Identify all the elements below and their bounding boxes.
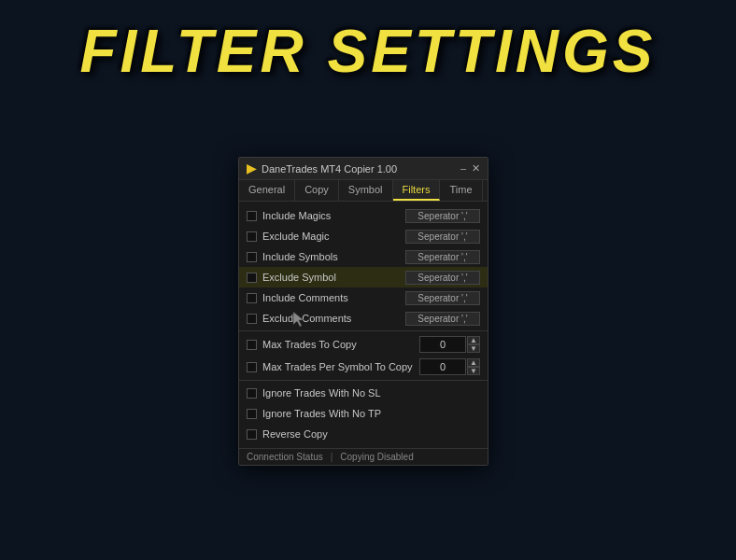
separator-exclude-magic[interactable]: Seperator ',' bbox=[405, 230, 480, 244]
row-reverse-copy: Reverse Copy bbox=[239, 424, 488, 444]
input-max-trades-per-symbol[interactable] bbox=[419, 358, 466, 375]
checkbox-reverse-copy[interactable] bbox=[247, 429, 257, 440]
nav-tabs: General Copy Symbol Filters Time bbox=[239, 180, 488, 202]
spin-down-per-symbol[interactable]: ▼ bbox=[467, 367, 480, 375]
window-title: DaneTrades MT4 Copier 1.00 bbox=[262, 163, 397, 175]
status-bar: Connection Status | Copying Disabled bbox=[239, 448, 488, 465]
page-background: FILTER SETTINGS ▶ DaneTrades MT4 Copier … bbox=[0, 0, 736, 560]
divider-1 bbox=[239, 330, 488, 331]
divider-2 bbox=[239, 380, 488, 381]
label-include-symbols: Include Symbols bbox=[262, 251, 405, 262]
page-title: FILTER SETTINGS bbox=[79, 17, 656, 86]
input-max-trades-copy[interactable] bbox=[419, 336, 466, 353]
label-exclude-magic: Exclude Magic bbox=[262, 231, 405, 242]
checkbox-include-comments[interactable] bbox=[247, 293, 257, 303]
separator-exclude-symbol[interactable]: Seperator ',' bbox=[405, 271, 480, 285]
tab-copy[interactable]: Copy bbox=[295, 180, 339, 201]
checkbox-include-magics[interactable] bbox=[247, 211, 257, 221]
checkbox-exclude-magic[interactable] bbox=[247, 231, 257, 242]
label-exclude-comments: Exclude Comments bbox=[262, 313, 405, 324]
minimize-button[interactable]: – bbox=[460, 163, 466, 174]
row-exclude-comments: Exclude Comments Seperator ',' bbox=[239, 308, 488, 329]
content-area: Include Magics Seperator ',' Exclude Mag… bbox=[239, 202, 488, 448]
row-exclude-magic: Exclude Magic Seperator ',' bbox=[239, 226, 488, 246]
spin-down-max-trades[interactable]: ▼ bbox=[467, 344, 480, 353]
checkbox-ignore-no-tp[interactable] bbox=[247, 409, 257, 419]
separator-include-symbols[interactable]: Seperator ',' bbox=[405, 250, 480, 264]
row-include-comments: Include Comments Seperator ',' bbox=[239, 287, 488, 308]
spinbox-max-trades-per-symbol: ▲ ▼ bbox=[419, 358, 480, 375]
title-bar-left: ▶ DaneTrades MT4 Copier 1.00 bbox=[247, 161, 397, 175]
tab-general[interactable]: General bbox=[239, 180, 295, 201]
checkbox-max-trades-copy[interactable] bbox=[247, 340, 257, 350]
row-exclude-symbol: Exclude Symbol Seperator ',' bbox=[239, 267, 488, 287]
connection-status: Connection Status bbox=[247, 452, 323, 462]
spin-up-max-trades[interactable]: ▲ bbox=[467, 336, 480, 344]
label-ignore-no-sl: Ignore Trades With No SL bbox=[262, 387, 480, 399]
app-icon: ▶ bbox=[247, 161, 256, 175]
row-max-trades-per-symbol: Max Trades Per Symbol To Copy ▲ ▼ bbox=[239, 356, 488, 378]
label-ignore-no-tp: Ignore Trades With No TP bbox=[262, 408, 480, 419]
row-max-trades-copy: Max Trades To Copy ▲ ▼ bbox=[239, 333, 488, 356]
label-include-magics: Include Magics bbox=[262, 210, 405, 221]
label-max-trades-copy: Max Trades To Copy bbox=[262, 339, 419, 350]
checkbox-exclude-comments[interactable] bbox=[247, 314, 257, 324]
tab-time[interactable]: Time bbox=[440, 180, 482, 201]
close-button[interactable]: ✕ bbox=[472, 163, 480, 174]
spin-controls-max-trades: ▲ ▼ bbox=[467, 336, 480, 353]
row-ignore-no-tp: Ignore Trades With No TP bbox=[239, 403, 488, 424]
row-ignore-no-sl: Ignore Trades With No SL bbox=[239, 383, 488, 403]
spin-up-per-symbol[interactable]: ▲ bbox=[467, 358, 480, 367]
row-include-symbols: Include Symbols Seperator ',' bbox=[239, 246, 488, 267]
title-bar: ▶ DaneTrades MT4 Copier 1.00 – ✕ bbox=[239, 158, 488, 180]
checkbox-exclude-symbol[interactable] bbox=[247, 273, 257, 283]
title-bar-controls: – ✕ bbox=[460, 163, 480, 174]
separator-include-magics[interactable]: Seperator ',' bbox=[405, 209, 480, 223]
spin-controls-per-symbol: ▲ ▼ bbox=[467, 358, 480, 375]
status-divider: | bbox=[331, 452, 333, 462]
label-exclude-symbol: Exclude Symbol bbox=[262, 272, 405, 283]
checkbox-ignore-no-sl[interactable] bbox=[247, 388, 257, 399]
label-reverse-copy: Reverse Copy bbox=[262, 428, 480, 440]
label-max-trades-per-symbol: Max Trades Per Symbol To Copy bbox=[262, 361, 419, 372]
separator-include-comments[interactable]: Seperator ',' bbox=[405, 291, 480, 305]
tab-filters[interactable]: Filters bbox=[393, 180, 441, 201]
checkbox-include-symbols[interactable] bbox=[247, 252, 257, 262]
label-include-comments: Include Comments bbox=[262, 292, 405, 303]
checkbox-max-trades-per-symbol[interactable] bbox=[247, 362, 257, 372]
copying-status: Copying Disabled bbox=[340, 452, 413, 462]
row-include-magics: Include Magics Seperator ',' bbox=[239, 205, 488, 226]
spinbox-max-trades-copy: ▲ ▼ bbox=[419, 336, 480, 353]
app-window: ▶ DaneTrades MT4 Copier 1.00 – ✕ General… bbox=[238, 157, 488, 466]
separator-exclude-comments[interactable]: Seperator ',' bbox=[405, 312, 480, 326]
tab-symbol[interactable]: Symbol bbox=[339, 180, 393, 201]
